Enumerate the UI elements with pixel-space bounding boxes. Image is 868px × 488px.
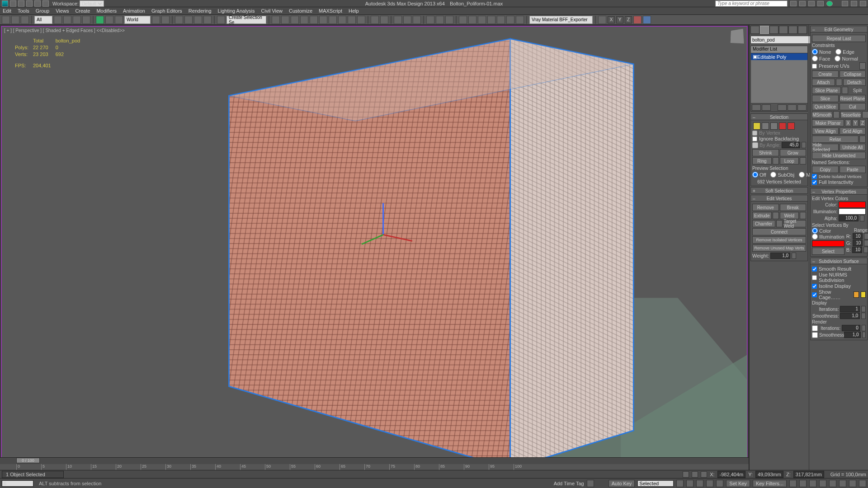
attach-opt[interactable]: [836, 79, 842, 86]
minimize-button[interactable]: [842, 1, 848, 6]
repeat-button[interactable]: Repeat Last: [812, 35, 866, 42]
menu-help[interactable]: Help: [349, 8, 359, 14]
detach-button[interactable]: Detach: [843, 79, 866, 86]
rend-iter-check[interactable]: [812, 325, 818, 331]
subobj-vertex[interactable]: [753, 122, 760, 130]
menu-animation[interactable]: Animation: [123, 8, 145, 14]
exchange-icon[interactable]: [817, 1, 824, 6]
disp-smooth[interactable]: 1,0: [840, 313, 860, 319]
attach-button[interactable]: Attach: [812, 79, 835, 86]
autokey-button[interactable]: Auto Key: [609, 480, 635, 487]
modifier-list-dropdown[interactable]: Modifier List: [751, 46, 807, 53]
slice-button[interactable]: Slice: [812, 95, 839, 102]
alpha-spinner[interactable]: [860, 215, 864, 221]
angle-spinner[interactable]: [802, 142, 806, 148]
nurms-check[interactable]: [812, 275, 817, 280]
preserveuv-opt[interactable]: [859, 62, 866, 70]
remove-mod-icon[interactable]: [788, 104, 797, 111]
isoline-check[interactable]: [812, 284, 817, 289]
msmooth-button[interactable]: MSmooth: [812, 111, 832, 118]
nav-7-icon[interactable]: [849, 480, 856, 487]
constraint-face[interactable]: [812, 56, 818, 61]
setkey-button[interactable]: Set Key: [726, 480, 750, 487]
split-check[interactable]: [842, 87, 848, 94]
hidesel-button[interactable]: Hide Selected: [812, 144, 839, 151]
rend-iter[interactable]: 0: [842, 325, 860, 331]
loop-button[interactable]: Loop: [780, 157, 799, 164]
tb-8-icon[interactable]: [445, 16, 453, 24]
planar-x[interactable]: X: [845, 119, 851, 127]
align-icon[interactable]: [281, 16, 289, 24]
cage-c2[interactable]: [861, 291, 866, 298]
axis-y[interactable]: Y: [616, 16, 623, 23]
tess-opt[interactable]: [862, 111, 868, 118]
manip-icon[interactable]: [161, 16, 170, 24]
tab-display[interactable]: [788, 26, 797, 34]
cut-button[interactable]: Cut: [840, 103, 866, 110]
extrude-button[interactable]: Extrude: [752, 212, 772, 219]
vc-illum-swatch[interactable]: [839, 208, 866, 215]
menu-views[interactable]: Views: [56, 8, 69, 14]
render-setup-icon[interactable]: [338, 16, 346, 24]
menu-customize[interactable]: Customize: [289, 8, 312, 14]
targetweld-button[interactable]: Target Weld: [783, 220, 807, 227]
open-icon[interactable]: [18, 0, 24, 7]
layers-icon[interactable]: [291, 16, 299, 24]
weight-spinner[interactable]: [792, 253, 796, 259]
planar-button[interactable]: Make Planar: [812, 119, 844, 127]
extrude-opt[interactable]: [773, 212, 779, 219]
pin-stack-icon[interactable]: [752, 104, 761, 111]
make-unique-icon[interactable]: [778, 104, 787, 111]
pivot-icon[interactable]: [152, 16, 160, 24]
tab-hierarchy[interactable]: [769, 26, 778, 34]
msmooth-opt[interactable]: [833, 111, 840, 118]
nav-8-icon[interactable]: [859, 480, 866, 487]
bind-icon[interactable]: [21, 16, 29, 24]
connect-button[interactable]: Connect: [752, 228, 806, 235]
chamfer-opt[interactable]: [776, 220, 783, 227]
preview-multi[interactable]: [799, 172, 805, 178]
menu-maxscript[interactable]: MAXScript: [319, 8, 342, 14]
rotate-icon[interactable]: [105, 16, 113, 24]
menu-rendering[interactable]: Rendering: [189, 8, 212, 14]
tb-9-icon[interactable]: [459, 16, 467, 24]
subobj-element[interactable]: [788, 122, 795, 130]
weld-button[interactable]: Weld: [780, 212, 799, 219]
tab-create[interactable]: [750, 26, 760, 34]
rend-sm-check[interactable]: [812, 332, 818, 338]
chamfer-button[interactable]: Chamfer: [752, 220, 775, 227]
play-next-icon[interactable]: [706, 480, 713, 487]
object-name-field[interactable]: [750, 36, 811, 44]
gridalign-button[interactable]: Grid Align: [840, 127, 866, 135]
tb-1-icon[interactable]: [371, 16, 379, 24]
lock-icon[interactable]: [683, 471, 689, 478]
subobj-border[interactable]: [770, 122, 778, 130]
tb-3-icon[interactable]: [394, 16, 402, 24]
psnap-icon[interactable]: [194, 16, 202, 24]
nav-1-icon[interactable]: [789, 480, 797, 487]
deliso-check[interactable]: [812, 174, 817, 179]
infocenter-icon[interactable]: [790, 1, 797, 6]
curve-icon[interactable]: [310, 16, 318, 24]
weight-value[interactable]: 1,0: [770, 253, 790, 259]
subobj-edge[interactable]: [762, 122, 769, 130]
coord-x[interactable]: -982,404m: [717, 471, 746, 478]
relax-button[interactable]: Relax: [812, 136, 859, 143]
render-icon[interactable]: [357, 16, 365, 24]
tb-6-icon[interactable]: [426, 16, 434, 24]
isolate-icon[interactable]: [692, 471, 698, 478]
resetplane-button[interactable]: Reset Plane: [840, 95, 866, 102]
material-icon[interactable]: [329, 16, 337, 24]
ignore-backfacing-check[interactable]: [752, 136, 757, 141]
modifier-list[interactable]: Editable Poly: [751, 53, 807, 103]
paste-button[interactable]: Paste: [840, 166, 866, 173]
coord-icon[interactable]: [701, 471, 707, 478]
frame-input[interactable]: 6: [2, 480, 33, 487]
selby-color[interactable]: [812, 228, 818, 234]
close-button[interactable]: [860, 1, 866, 6]
tb-2-icon[interactable]: [380, 16, 388, 24]
rend-smooth[interactable]: 1,0: [844, 332, 861, 338]
tb-16-icon[interactable]: [633, 16, 642, 24]
range-b[interactable]: 10: [852, 247, 862, 253]
coord-y[interactable]: 49,093mm: [755, 471, 783, 478]
